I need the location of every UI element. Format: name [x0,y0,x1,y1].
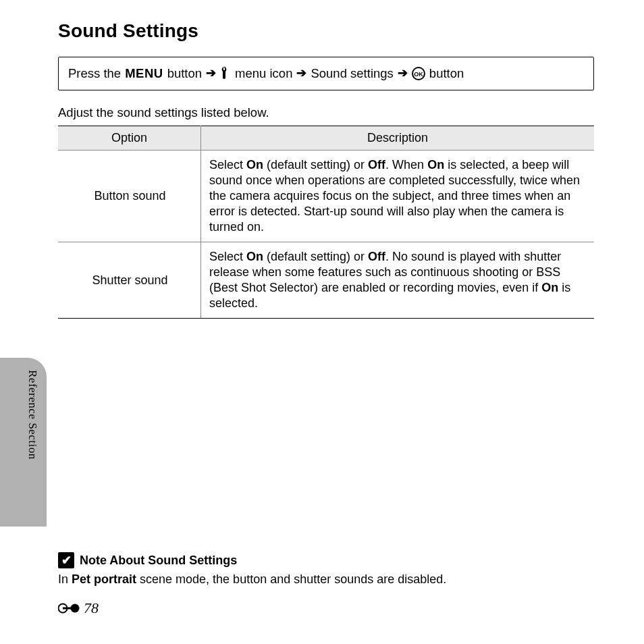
table-row: Shutter sound Select On (default setting… [58,242,594,319]
note-title: Note About Sound Settings [80,554,237,568]
desc-bold: Off [368,250,385,263]
desc-text: Select [209,158,246,171]
page-number-value: 78 [84,599,99,617]
ok-button-icon: OK [412,67,425,80]
options-table: Option Description Button sound Select O… [58,126,594,319]
svg-rect-5 [63,608,75,610]
svg-rect-0 [223,68,225,70]
nav-text: Sound settings [311,65,393,82]
option-name: Shutter sound [58,242,201,319]
note-block: ✔ Note About Sound Settings In Pet portr… [58,552,594,587]
desc-bold: On [246,158,263,171]
menu-button-label: MENU [125,65,163,82]
nav-text: Press the [68,65,121,82]
intro-text: Adjust the sound settings listed below. [58,105,594,120]
desc-bold: On [427,158,444,171]
nav-text: button [167,65,202,82]
desc-text: (default setting) or [263,158,368,171]
option-description: Select On (default setting) or Off. When… [201,151,595,242]
desc-text: Select [209,250,246,263]
arrow-right-icon: ➔ [296,65,306,81]
page-content: Sound Settings Press the MENU button ➔ m… [58,20,594,319]
arrow-right-icon: ➔ [398,65,408,81]
page-title: Sound Settings [58,20,594,42]
nav-text: button [429,65,464,82]
side-section-label: Reference Section [26,370,39,460]
nav-text: menu icon [235,65,292,82]
note-text: scene mode, the button and shutter sound… [136,572,446,586]
page-ref-icon [58,602,80,614]
desc-bold: On [541,281,558,294]
side-tab [0,358,47,527]
note-bold: Pet portrait [72,572,136,586]
option-name: Button sound [58,151,201,242]
desc-text: (default setting) or [263,250,368,263]
option-description: Select On (default setting) or Off. No s… [201,242,595,319]
table-row: Button sound Select On (default setting)… [58,151,594,242]
check-box-icon: ✔ [58,552,74,568]
desc-bold: Off [368,158,385,171]
desc-bold: On [246,250,263,263]
note-text: In [58,572,72,586]
table-header-description: Description [201,126,595,151]
wrench-icon [220,67,231,80]
svg-text:OK: OK [414,71,423,78]
note-heading: ✔ Note About Sound Settings [58,552,594,568]
note-body: In Pet portrait scene mode, the button a… [58,572,594,587]
table-header-option: Option [58,126,201,151]
desc-text: . When [385,158,427,171]
arrow-right-icon: ➔ [206,65,216,81]
page-number: 78 [58,599,99,617]
navigation-path-box: Press the MENU button ➔ menu icon ➔ Soun… [58,57,594,90]
